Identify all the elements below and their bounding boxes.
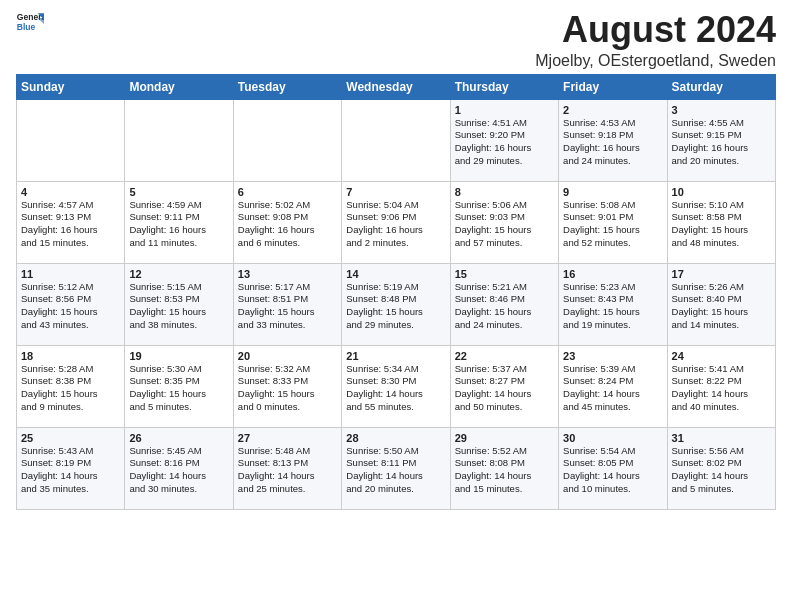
calendar-cell: 21Sunrise: 5:34 AM Sunset: 8:30 PM Dayli…: [342, 345, 450, 427]
calendar-cell: 6Sunrise: 5:02 AM Sunset: 9:08 PM Daylig…: [233, 181, 341, 263]
calendar-cell: 27Sunrise: 5:48 AM Sunset: 8:13 PM Dayli…: [233, 427, 341, 509]
weekday-header-thursday: Thursday: [450, 74, 558, 99]
day-info: Sunrise: 5:04 AM Sunset: 9:06 PM Dayligh…: [346, 199, 445, 250]
calendar-cell: 16Sunrise: 5:23 AM Sunset: 8:43 PM Dayli…: [559, 263, 667, 345]
day-number: 5: [129, 186, 228, 198]
title-block: August 2024 Mjoelby, OEstergoetland, Swe…: [535, 10, 776, 70]
logo: General Blue: [16, 10, 46, 32]
day-number: 17: [672, 268, 771, 280]
day-number: 4: [21, 186, 120, 198]
calendar-cell: 29Sunrise: 5:52 AM Sunset: 8:08 PM Dayli…: [450, 427, 558, 509]
calendar-cell: 14Sunrise: 5:19 AM Sunset: 8:48 PM Dayli…: [342, 263, 450, 345]
day-number: 29: [455, 432, 554, 444]
logo-icon: General Blue: [16, 10, 44, 32]
calendar-cell: 18Sunrise: 5:28 AM Sunset: 8:38 PM Dayli…: [17, 345, 125, 427]
day-number: 31: [672, 432, 771, 444]
calendar-cell: [125, 99, 233, 181]
calendar-cell: 12Sunrise: 5:15 AM Sunset: 8:53 PM Dayli…: [125, 263, 233, 345]
day-info: Sunrise: 4:59 AM Sunset: 9:11 PM Dayligh…: [129, 199, 228, 250]
calendar-week-5: 25Sunrise: 5:43 AM Sunset: 8:19 PM Dayli…: [17, 427, 776, 509]
day-number: 10: [672, 186, 771, 198]
day-number: 14: [346, 268, 445, 280]
day-number: 13: [238, 268, 337, 280]
day-info: Sunrise: 5:06 AM Sunset: 9:03 PM Dayligh…: [455, 199, 554, 250]
calendar-cell: 15Sunrise: 5:21 AM Sunset: 8:46 PM Dayli…: [450, 263, 558, 345]
weekday-header-tuesday: Tuesday: [233, 74, 341, 99]
day-info: Sunrise: 5:19 AM Sunset: 8:48 PM Dayligh…: [346, 281, 445, 332]
day-number: 22: [455, 350, 554, 362]
location-subtitle: Mjoelby, OEstergoetland, Sweden: [535, 52, 776, 70]
day-info: Sunrise: 5:10 AM Sunset: 8:58 PM Dayligh…: [672, 199, 771, 250]
calendar-cell: 4Sunrise: 4:57 AM Sunset: 9:13 PM Daylig…: [17, 181, 125, 263]
calendar-week-2: 4Sunrise: 4:57 AM Sunset: 9:13 PM Daylig…: [17, 181, 776, 263]
day-number: 26: [129, 432, 228, 444]
day-info: Sunrise: 5:02 AM Sunset: 9:08 PM Dayligh…: [238, 199, 337, 250]
calendar-page: General Blue August 2024 Mjoelby, OEster…: [0, 0, 792, 612]
calendar-cell: 19Sunrise: 5:30 AM Sunset: 8:35 PM Dayli…: [125, 345, 233, 427]
day-number: 2: [563, 104, 662, 116]
day-info: Sunrise: 5:32 AM Sunset: 8:33 PM Dayligh…: [238, 363, 337, 414]
day-number: 3: [672, 104, 771, 116]
day-number: 9: [563, 186, 662, 198]
calendar-cell: 30Sunrise: 5:54 AM Sunset: 8:05 PM Dayli…: [559, 427, 667, 509]
day-number: 15: [455, 268, 554, 280]
calendar-cell: 26Sunrise: 5:45 AM Sunset: 8:16 PM Dayli…: [125, 427, 233, 509]
calendar-cell: 8Sunrise: 5:06 AM Sunset: 9:03 PM Daylig…: [450, 181, 558, 263]
day-info: Sunrise: 5:28 AM Sunset: 8:38 PM Dayligh…: [21, 363, 120, 414]
day-number: 16: [563, 268, 662, 280]
svg-text:Blue: Blue: [17, 22, 36, 32]
calendar-table: SundayMondayTuesdayWednesdayThursdayFrid…: [16, 74, 776, 510]
calendar-cell: 20Sunrise: 5:32 AM Sunset: 8:33 PM Dayli…: [233, 345, 341, 427]
calendar-cell: 3Sunrise: 4:55 AM Sunset: 9:15 PM Daylig…: [667, 99, 775, 181]
day-number: 28: [346, 432, 445, 444]
weekday-header-wednesday: Wednesday: [342, 74, 450, 99]
weekday-header-monday: Monday: [125, 74, 233, 99]
month-year-title: August 2024: [535, 10, 776, 50]
header: General Blue August 2024 Mjoelby, OEster…: [16, 10, 776, 70]
calendar-cell: 9Sunrise: 5:08 AM Sunset: 9:01 PM Daylig…: [559, 181, 667, 263]
day-number: 30: [563, 432, 662, 444]
day-info: Sunrise: 5:23 AM Sunset: 8:43 PM Dayligh…: [563, 281, 662, 332]
day-info: Sunrise: 5:43 AM Sunset: 8:19 PM Dayligh…: [21, 445, 120, 496]
day-info: Sunrise: 5:12 AM Sunset: 8:56 PM Dayligh…: [21, 281, 120, 332]
day-info: Sunrise: 5:30 AM Sunset: 8:35 PM Dayligh…: [129, 363, 228, 414]
day-info: Sunrise: 5:50 AM Sunset: 8:11 PM Dayligh…: [346, 445, 445, 496]
day-info: Sunrise: 4:57 AM Sunset: 9:13 PM Dayligh…: [21, 199, 120, 250]
day-info: Sunrise: 5:45 AM Sunset: 8:16 PM Dayligh…: [129, 445, 228, 496]
day-number: 23: [563, 350, 662, 362]
day-info: Sunrise: 5:48 AM Sunset: 8:13 PM Dayligh…: [238, 445, 337, 496]
day-number: 21: [346, 350, 445, 362]
calendar-header: SundayMondayTuesdayWednesdayThursdayFrid…: [17, 74, 776, 99]
calendar-cell: 31Sunrise: 5:56 AM Sunset: 8:02 PM Dayli…: [667, 427, 775, 509]
calendar-week-3: 11Sunrise: 5:12 AM Sunset: 8:56 PM Dayli…: [17, 263, 776, 345]
calendar-cell: 7Sunrise: 5:04 AM Sunset: 9:06 PM Daylig…: [342, 181, 450, 263]
weekday-header-saturday: Saturday: [667, 74, 775, 99]
day-info: Sunrise: 4:51 AM Sunset: 9:20 PM Dayligh…: [455, 117, 554, 168]
calendar-cell: 24Sunrise: 5:41 AM Sunset: 8:22 PM Dayli…: [667, 345, 775, 427]
calendar-cell: 22Sunrise: 5:37 AM Sunset: 8:27 PM Dayli…: [450, 345, 558, 427]
calendar-cell: 10Sunrise: 5:10 AM Sunset: 8:58 PM Dayli…: [667, 181, 775, 263]
day-info: Sunrise: 5:56 AM Sunset: 8:02 PM Dayligh…: [672, 445, 771, 496]
weekday-header-sunday: Sunday: [17, 74, 125, 99]
weekday-header-row: SundayMondayTuesdayWednesdayThursdayFrid…: [17, 74, 776, 99]
day-info: Sunrise: 5:15 AM Sunset: 8:53 PM Dayligh…: [129, 281, 228, 332]
calendar-cell: [342, 99, 450, 181]
calendar-cell: [233, 99, 341, 181]
day-number: 24: [672, 350, 771, 362]
day-info: Sunrise: 5:52 AM Sunset: 8:08 PM Dayligh…: [455, 445, 554, 496]
calendar-cell: 5Sunrise: 4:59 AM Sunset: 9:11 PM Daylig…: [125, 181, 233, 263]
calendar-cell: 17Sunrise: 5:26 AM Sunset: 8:40 PM Dayli…: [667, 263, 775, 345]
calendar-week-1: 1Sunrise: 4:51 AM Sunset: 9:20 PM Daylig…: [17, 99, 776, 181]
day-number: 18: [21, 350, 120, 362]
day-info: Sunrise: 5:39 AM Sunset: 8:24 PM Dayligh…: [563, 363, 662, 414]
day-info: Sunrise: 5:34 AM Sunset: 8:30 PM Dayligh…: [346, 363, 445, 414]
day-number: 20: [238, 350, 337, 362]
day-info: Sunrise: 4:55 AM Sunset: 9:15 PM Dayligh…: [672, 117, 771, 168]
day-number: 8: [455, 186, 554, 198]
day-info: Sunrise: 5:41 AM Sunset: 8:22 PM Dayligh…: [672, 363, 771, 414]
calendar-cell: 28Sunrise: 5:50 AM Sunset: 8:11 PM Dayli…: [342, 427, 450, 509]
day-number: 6: [238, 186, 337, 198]
calendar-cell: 2Sunrise: 4:53 AM Sunset: 9:18 PM Daylig…: [559, 99, 667, 181]
day-number: 7: [346, 186, 445, 198]
day-info: Sunrise: 4:53 AM Sunset: 9:18 PM Dayligh…: [563, 117, 662, 168]
